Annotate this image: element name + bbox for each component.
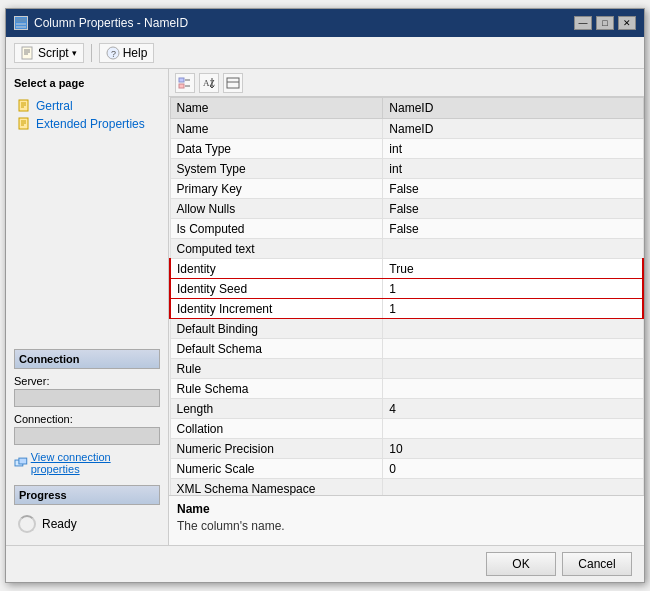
prop-value-cell: [383, 239, 643, 259]
prop-toolbar: AZ: [169, 69, 644, 97]
sidebar-item-general[interactable]: Gertral: [14, 97, 160, 115]
progress-title: Progress: [14, 485, 160, 505]
script-dropdown-arrow: ▾: [72, 48, 77, 58]
prop-value-cell: 0: [383, 459, 643, 479]
close-button[interactable]: ✕: [618, 16, 636, 30]
connection-title: Connection: [14, 349, 160, 369]
prop-value-cell: False: [383, 219, 643, 239]
prop-value-cell: 10: [383, 439, 643, 459]
ok-button[interactable]: OK: [486, 552, 556, 576]
sort-alpha-icon: AZ: [202, 76, 216, 90]
table-row[interactable]: IdentityTrue: [170, 259, 643, 279]
view-link-label: View connection properties: [31, 451, 160, 475]
prop-name-cell: Allow Nulls: [170, 199, 383, 219]
prop-value-cell: False: [383, 199, 643, 219]
svg-rect-0: [16, 18, 26, 22]
sidebar-item-extended[interactable]: Extended Properties: [14, 115, 160, 133]
minimize-button[interactable]: —: [574, 16, 592, 30]
table-row[interactable]: Default Binding: [170, 319, 643, 339]
sidebar-label-general: Gertral: [36, 99, 73, 113]
content-area: Select a page Gertral Extended Properti: [6, 69, 644, 545]
help-label: Help: [123, 46, 148, 60]
svg-text:?: ?: [111, 49, 116, 59]
prop-name-cell: Numeric Precision: [170, 439, 383, 459]
prop-name-cell: Primary Key: [170, 179, 383, 199]
table-row[interactable]: Length4: [170, 399, 643, 419]
prop-name-cell: Rule: [170, 359, 383, 379]
prop-name-cell: Numeric Scale: [170, 459, 383, 479]
connection-value: [14, 427, 160, 445]
svg-rect-25: [227, 78, 239, 88]
page-icon-general: [18, 99, 32, 113]
prop-value-cell: NameID: [383, 119, 643, 139]
toolbar-divider: [91, 44, 92, 62]
prop-value-cell: True: [383, 259, 643, 279]
prop-table-body: NameNameIDData TypeintSystem TypeintPrim…: [170, 119, 643, 496]
main-window: Column Properties - NameID — □ ✕ Script …: [5, 8, 645, 583]
table-row[interactable]: System Typeint: [170, 159, 643, 179]
script-icon: [21, 46, 35, 60]
prop-value-cell: int: [383, 159, 643, 179]
title-icon: [14, 16, 28, 30]
prop-value-cell: int: [383, 139, 643, 159]
prop-value-cell: [383, 479, 643, 496]
maximize-button[interactable]: □: [596, 16, 614, 30]
sort-category-btn[interactable]: [175, 73, 195, 93]
prop-name-cell: Identity Increment: [170, 299, 383, 319]
prop-name-cell: Length: [170, 399, 383, 419]
prop-value-cell: [383, 359, 643, 379]
sort-category-icon: [178, 76, 192, 90]
sidebar-label-extended: Extended Properties: [36, 117, 145, 131]
svg-rect-3: [22, 47, 32, 59]
table-row[interactable]: Identity Increment1: [170, 299, 643, 319]
table-row[interactable]: Allow NullsFalse: [170, 199, 643, 219]
server-label: Server:: [14, 375, 160, 387]
prop-name-cell: Computed text: [170, 239, 383, 259]
bottom-bar: OK Cancel: [6, 545, 644, 582]
table-row[interactable]: Primary KeyFalse: [170, 179, 643, 199]
table-row[interactable]: XML Schema Namespace: [170, 479, 643, 496]
table-row[interactable]: Is ComputedFalse: [170, 219, 643, 239]
prop-value-cell: 1: [383, 299, 643, 319]
table-row[interactable]: Default Schema: [170, 339, 643, 359]
table-row[interactable]: Data Typeint: [170, 139, 643, 159]
prop-name-cell: Default Schema: [170, 339, 383, 359]
script-button[interactable]: Script ▾: [14, 43, 84, 63]
table-row[interactable]: Collation: [170, 419, 643, 439]
help-icon: ?: [106, 46, 120, 60]
sort-alpha-btn[interactable]: AZ: [199, 73, 219, 93]
view-connection-link[interactable]: View connection properties: [14, 451, 160, 475]
link-icon: [14, 456, 28, 470]
prop-name-cell: Identity: [170, 259, 383, 279]
select-page-title: Select a page: [14, 77, 160, 89]
prop-value-cell: [383, 319, 643, 339]
help-button[interactable]: ? Help: [99, 43, 155, 63]
prop-value-cell: [383, 379, 643, 399]
svg-rect-2: [16, 26, 26, 28]
cancel-button[interactable]: Cancel: [562, 552, 632, 576]
title-bar-controls: — □ ✕: [574, 16, 636, 30]
svg-rect-1: [16, 23, 26, 25]
prop-table: Name NameID NameNameIDData TypeintSystem…: [169, 97, 644, 495]
svg-rect-18: [19, 458, 27, 464]
table-row[interactable]: Identity Seed1: [170, 279, 643, 299]
table-row[interactable]: Numeric Precision10: [170, 439, 643, 459]
prop-table-container[interactable]: Name NameID NameNameIDData TypeintSystem…: [169, 97, 644, 495]
col-header-name: Name: [170, 98, 383, 119]
prop-name-cell: XML Schema Namespace: [170, 479, 383, 496]
table-row[interactable]: Rule Schema: [170, 379, 643, 399]
prop-name-cell: Identity Seed: [170, 279, 383, 299]
sidebar: Select a page Gertral Extended Properti: [6, 69, 169, 545]
table-row[interactable]: Rule: [170, 359, 643, 379]
table-row[interactable]: Numeric Scale0: [170, 459, 643, 479]
progress-status: Ready: [42, 517, 77, 531]
table-row[interactable]: NameNameID: [170, 119, 643, 139]
prop-name-cell: Rule Schema: [170, 379, 383, 399]
window-title: Column Properties - NameID: [34, 16, 188, 30]
server-value: [14, 389, 160, 407]
desc-title: Name: [177, 502, 636, 516]
prop-name-cell: System Type: [170, 159, 383, 179]
table-row[interactable]: Computed text: [170, 239, 643, 259]
spinner-icon: [18, 515, 36, 533]
prop-pages-btn[interactable]: [223, 73, 243, 93]
